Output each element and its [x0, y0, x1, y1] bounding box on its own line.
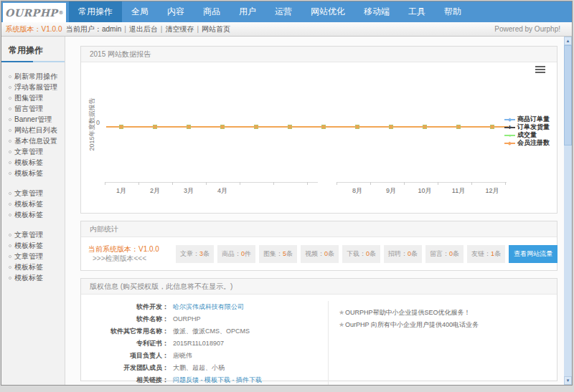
- legend-item-1[interactable]: ◆商品订单量: [504, 115, 550, 123]
- sidebar-item-3-4[interactable]: 模板标签: [1, 262, 65, 272]
- scroll-down-button[interactable]: ▼: [564, 376, 572, 385]
- copyright-note-1: ★OURPHP帮助中小企业提供SEO优化服务！: [339, 307, 557, 319]
- scroll-up-button[interactable]: ▲: [564, 37, 572, 45]
- stat-box-留言: 留言：0条: [425, 245, 464, 263]
- chart-xaxis-tick: [273, 182, 274, 185]
- nav-item-5[interactable]: 用户: [230, 1, 265, 22]
- system-version-label: 系统版本：V1.0.0: [1, 24, 66, 34]
- chart-export-menu-icon[interactable]: [535, 66, 545, 75]
- sidebar-item-1-4[interactable]: 留言管理: [1, 103, 65, 114]
- nav-item-3[interactable]: 内容: [158, 1, 194, 22]
- sidebar-item-1-5[interactable]: Banner管理: [1, 114, 65, 125]
- stat-box-图集: 图集：5条: [259, 245, 297, 263]
- chart-data-point: [423, 125, 427, 129]
- status-link-2[interactable]: 清空缓存: [165, 25, 194, 33]
- sidebar-item-1-10[interactable]: 模板标签: [1, 168, 65, 178]
- nav-item-9[interactable]: 工具: [399, 1, 435, 22]
- scrollbar-track[interactable]: [564, 145, 572, 376]
- chart-xaxis-tick: [505, 182, 506, 185]
- sidebar-item-2-3[interactable]: 模板标签: [1, 209, 65, 220]
- stat-box-招聘: 招聘：0条: [384, 245, 422, 263]
- copyright-note-text: OURPHP帮助中小企业提供SEO优化服务！: [345, 309, 471, 316]
- sidebar-item-label: 文章管理: [14, 252, 43, 261]
- related-link-3[interactable]: 插件下载: [236, 376, 262, 383]
- sidebar-item-label: 基本信息设置: [14, 136, 57, 145]
- sidebar-item-1-8[interactable]: 文章管理: [1, 146, 65, 157]
- copyright-row-value: 2015R11L018907: [169, 338, 224, 350]
- chart-xaxis-tick: [240, 182, 240, 185]
- copyright-panel-title: 版权信息 (购买授权版，此信息将不在显示。): [81, 279, 557, 295]
- status-user-area: 当前用户：admin |退出后台|清空缓存|网站首页: [66, 24, 230, 34]
- check-version-link[interactable]: >>>检测版本<<<: [88, 254, 176, 263]
- sidebar-item-1-6[interactable]: 网站栏目列表: [1, 125, 65, 135]
- legend-item-3[interactable]: ●成交量: [504, 131, 550, 138]
- sidebar-item-3-3[interactable]: 文章管理: [1, 251, 65, 262]
- sidebar-item-bullet: [9, 129, 11, 132]
- copyright-row-6: 开发团队成员：大鹏、超超、小杨: [81, 362, 328, 374]
- sidebar-group-3: 文章管理模板标签文章管理模板标签模板标签: [1, 229, 65, 283]
- sidebar-item-3-2[interactable]: 模板标签: [1, 240, 65, 251]
- chart-xaxis-segment-right: [337, 182, 507, 183]
- related-link-1[interactable]: 问题反馈: [173, 376, 199, 383]
- sidebar-item-bullet: [9, 172, 11, 175]
- copyright-row-value[interactable]: 哈尔滨伟成科技有限公司: [169, 301, 244, 313]
- sidebar-item-bullet: [9, 97, 11, 100]
- copyright-row-7: 相关链接：问题反馈 - 模板下载 - 插件下载: [81, 374, 328, 386]
- copyright-row-value: 唐晓伟: [169, 350, 192, 362]
- sidebar-item-2-1[interactable]: 文章管理: [1, 188, 65, 199]
- scrollbar-thumb[interactable]: [564, 45, 572, 145]
- sidebar-item-label: 模板标签: [14, 158, 43, 167]
- copyright-row-label: 开发团队成员：: [81, 362, 169, 374]
- sidebar-item-label: 文章管理: [14, 147, 43, 156]
- legend-marker-icon: ✚: [504, 124, 515, 130]
- nav-item-7[interactable]: 网站优化: [301, 1, 354, 22]
- copyright-panel: 版权信息 (购买授权版，此信息将不在显示。) 软件开发：哈尔滨伟成科技有限公司软…: [80, 278, 557, 381]
- status-separator: |: [124, 25, 126, 33]
- sidebar-item-bullet: [9, 203, 11, 206]
- sidebar-item-1-2[interactable]: 浮动客服管理: [1, 82, 65, 92]
- legend-item-2[interactable]: ✚订单发货量: [504, 123, 550, 130]
- sidebar-group-1: 刷新常用操作浮动客服管理图集管理留言管理Banner管理网站栏目列表基本信息设置…: [1, 71, 65, 178]
- nav-item-4[interactable]: 商品: [194, 1, 230, 22]
- status-link-3[interactable]: 网站首页: [202, 25, 230, 33]
- status-link-1[interactable]: 退出后台: [129, 25, 158, 33]
- logo-text: OURPHP: [5, 7, 57, 19]
- copyright-notes: ★OURPHP帮助中小企业提供SEO优化服务！★OurPHP 向所有中小企业用户…: [328, 301, 557, 386]
- nav-item-1[interactable]: 常用操作: [69, 1, 122, 22]
- chart-panel-title: 2015 网站数据报告: [81, 47, 557, 62]
- sidebar-item-bullet: [9, 234, 11, 236]
- nav-item-2[interactable]: 全局: [122, 1, 158, 22]
- copyright-row-value: 大鹏、超超、小杨: [169, 362, 225, 374]
- stat-box-友链: 友链：1条: [467, 245, 505, 263]
- nav-item-10[interactable]: 帮助: [435, 1, 471, 22]
- sidebar: 常用操作 刷新常用操作浮动客服管理图集管理留言管理Banner管理网站栏目列表基…: [1, 37, 65, 385]
- sidebar-item-2-2[interactable]: 模板标签: [1, 199, 65, 209]
- sidebar-item-label: 网站栏目列表: [14, 125, 57, 135]
- copyright-row-label: 专利证书：: [81, 338, 169, 350]
- chart-xaxis-label: 3月: [177, 186, 201, 196]
- link-separator: -: [199, 376, 204, 383]
- sidebar-item-1-9[interactable]: 模板标签: [1, 157, 65, 168]
- copyright-row-label: 项目负责人：: [81, 350, 169, 362]
- sidebar-item-bullet: [9, 277, 11, 279]
- related-link-2[interactable]: 模板下载: [204, 376, 230, 383]
- chart-xaxis-tick: [337, 182, 337, 185]
- nav-item-8[interactable]: 移动端: [354, 1, 399, 22]
- chart-canvas: 2015年度数据报告 0 1月2月3月4月8月9月10月11月12月 ◆商品订单…: [81, 62, 557, 214]
- sidebar-item-1-1[interactable]: 刷新常用操作: [1, 71, 65, 82]
- view-traffic-button[interactable]: 查看网站流量: [509, 245, 557, 263]
- logo-reg-mark: ®: [58, 9, 64, 16]
- sidebar-item-3-5[interactable]: 模板标签: [1, 272, 65, 283]
- vertical-scrollbar[interactable]: ▲ ▼: [564, 37, 572, 385]
- nav-item-6[interactable]: 运营: [265, 1, 301, 22]
- chart-xaxis-label: 2月: [143, 186, 167, 196]
- chart-xaxis-tick: [206, 182, 207, 185]
- sidebar-item-1-3[interactable]: 图集管理: [1, 92, 65, 103]
- chart-data-point: [389, 125, 393, 129]
- legend-item-4[interactable]: ◆会员注册数: [504, 139, 550, 146]
- copyright-row-2: 软件名称：OURPHP: [81, 313, 328, 325]
- sidebar-item-bullet: [9, 107, 11, 110]
- sidebar-item-1-7[interactable]: 基本信息设置: [1, 135, 65, 146]
- sidebar-item-3-1[interactable]: 文章管理: [1, 229, 65, 240]
- sidebar-item-label: 模板标签: [14, 199, 43, 209]
